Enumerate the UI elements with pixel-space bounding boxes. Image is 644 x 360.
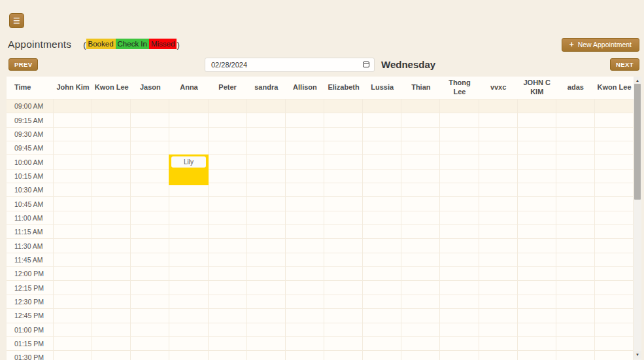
slot-cell[interactable] — [286, 183, 324, 197]
slot-cell[interactable] — [556, 295, 595, 309]
slot-cell[interactable] — [479, 113, 518, 127]
slot-cell[interactable] — [286, 99, 324, 113]
calendar-icon[interactable] — [363, 62, 369, 67]
slot-cell[interactable] — [324, 197, 363, 211]
slot-cell[interactable] — [131, 309, 169, 323]
slot-cell[interactable] — [363, 197, 401, 211]
slot-cell[interactable] — [286, 295, 324, 309]
slot-cell[interactable] — [440, 295, 479, 309]
slot-cell[interactable] — [286, 170, 324, 183]
slot-cell[interactable] — [169, 281, 208, 295]
slot-cell[interactable] — [54, 337, 92, 351]
slot-cell[interactable] — [363, 323, 401, 337]
slot-cell[interactable] — [209, 113, 247, 127]
slot-cell[interactable] — [556, 337, 595, 351]
slot-cell[interactable] — [479, 128, 518, 141]
slot-cell[interactable] — [286, 197, 324, 211]
slot-cell[interactable] — [363, 253, 401, 267]
slot-cell[interactable] — [54, 239, 92, 253]
slot-cell[interactable] — [518, 183, 556, 197]
appointment-block[interactable]: Lily — [169, 154, 208, 185]
slot-cell[interactable] — [131, 197, 169, 211]
slot-cell[interactable] — [440, 323, 479, 337]
slot-cell[interactable] — [131, 323, 169, 337]
slot-cell[interactable] — [286, 155, 324, 169]
slot-cell[interactable] — [92, 351, 131, 360]
slot-cell[interactable] — [131, 99, 169, 113]
slot-cell[interactable] — [401, 197, 440, 211]
slot-cell[interactable] — [363, 113, 401, 127]
slot-cell[interactable] — [595, 323, 634, 337]
slot-cell[interactable] — [131, 351, 169, 360]
slot-cell[interactable] — [518, 170, 556, 183]
slot-cell[interactable] — [440, 253, 479, 267]
slot-cell[interactable] — [518, 99, 556, 113]
slot-cell[interactable] — [401, 225, 440, 239]
table-scrollbar[interactable]: ▲ ▼ — [634, 77, 641, 360]
slot-cell[interactable] — [479, 323, 518, 337]
slot-cell[interactable] — [440, 351, 479, 360]
slot-cell[interactable] — [479, 267, 518, 281]
slot-cell[interactable] — [92, 155, 131, 169]
slot-cell[interactable] — [209, 253, 247, 267]
slot-cell[interactable] — [401, 323, 440, 337]
menu-button[interactable]: ☰ — [9, 13, 24, 28]
slot-cell[interactable] — [518, 239, 556, 253]
slot-cell[interactable] — [247, 239, 286, 253]
slot-cell[interactable] — [518, 309, 556, 323]
slot-cell[interactable] — [209, 183, 247, 197]
slot-cell[interactable] — [401, 183, 440, 197]
slot-cell[interactable] — [401, 141, 440, 155]
slot-cell[interactable] — [440, 155, 479, 169]
slot-cell[interactable] — [440, 267, 479, 281]
slot-cell[interactable] — [363, 183, 401, 197]
slot-cell[interactable] — [518, 351, 556, 360]
slot-cell[interactable] — [247, 141, 286, 155]
slot-cell[interactable] — [324, 309, 363, 323]
slot-cell[interactable] — [92, 337, 131, 351]
slot-cell[interactable] — [209, 323, 247, 337]
slot-cell[interactable] — [440, 128, 479, 141]
slot-cell[interactable] — [479, 170, 518, 183]
slot-cell[interactable] — [479, 211, 518, 225]
slot-cell[interactable] — [131, 113, 169, 127]
slot-cell[interactable] — [324, 281, 363, 295]
slot-cell[interactable] — [363, 267, 401, 281]
slot-cell[interactable] — [595, 183, 634, 197]
slot-cell[interactable] — [440, 337, 479, 351]
slot-cell[interactable] — [286, 113, 324, 127]
slot-cell[interactable] — [595, 197, 634, 211]
slot-cell[interactable] — [247, 197, 286, 211]
slot-cell[interactable] — [286, 323, 324, 337]
slot-cell[interactable] — [247, 170, 286, 183]
slot-cell[interactable] — [556, 141, 595, 155]
slot-cell[interactable] — [595, 281, 634, 295]
slot-cell[interactable] — [54, 351, 92, 360]
slot-cell[interactable]: Lily — [169, 155, 208, 169]
slot-cell[interactable] — [324, 141, 363, 155]
slot-cell[interactable] — [518, 253, 556, 267]
slot-cell[interactable] — [479, 281, 518, 295]
slot-cell[interactable] — [209, 295, 247, 309]
slot-cell[interactable] — [247, 281, 286, 295]
slot-cell[interactable] — [131, 337, 169, 351]
slot-cell[interactable] — [169, 113, 208, 127]
slot-cell[interactable] — [54, 113, 92, 127]
prev-day-button[interactable]: PREV — [8, 58, 38, 71]
slot-cell[interactable] — [286, 128, 324, 141]
slot-cell[interactable] — [209, 281, 247, 295]
slot-cell[interactable] — [209, 155, 247, 169]
slot-cell[interactable] — [92, 113, 131, 127]
slot-cell[interactable] — [131, 183, 169, 197]
slot-cell[interactable] — [479, 295, 518, 309]
slot-cell[interactable] — [54, 128, 92, 141]
slot-cell[interactable] — [54, 225, 92, 239]
slot-cell[interactable] — [479, 141, 518, 155]
slot-cell[interactable] — [131, 211, 169, 225]
slot-cell[interactable] — [518, 295, 556, 309]
next-day-button[interactable]: NEXT — [610, 58, 639, 71]
slot-cell[interactable] — [556, 128, 595, 141]
slot-cell[interactable] — [92, 211, 131, 225]
slot-cell[interactable] — [209, 197, 247, 211]
slot-cell[interactable] — [401, 170, 440, 183]
